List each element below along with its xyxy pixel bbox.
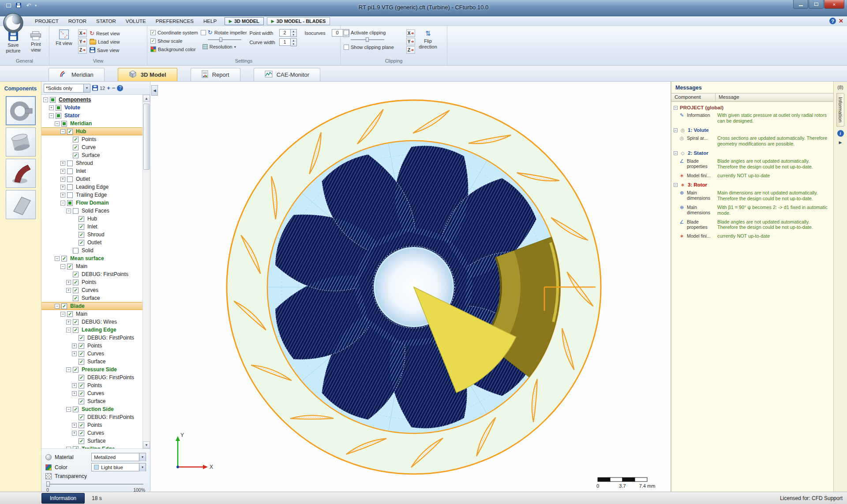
save-icon[interactable] [15,2,22,9]
component-tile-stator[interactable] [6,127,36,157]
tree-item-points[interactable]: ✓Points [41,135,142,143]
3d-canvas[interactable]: YX03.77.4 mm [150,82,671,492]
curve-width-spinner[interactable]: 1▲▼ [279,38,297,46]
collapse-icon[interactable]: − [674,128,678,132]
tree-item-volute[interactable]: +Volute [41,104,142,112]
transparency-slider[interactable] [46,482,143,487]
tree-item-flow-domain[interactable]: −Flow Domain [41,199,142,207]
tree-item-debug-firstpoints[interactable]: ✓DEBUG: FirstPoints [41,270,142,278]
tree-item-suction-side[interactable]: −✓Suction Side [41,405,142,413]
tree-checkbox[interactable]: ✓ [73,319,79,325]
tree-item-shroud[interactable]: ✓Shroud [41,231,142,239]
save-tree-icon[interactable] [92,85,98,91]
tree-item-surface[interactable]: ✓Surface [41,358,142,366]
tree-checkbox[interactable]: ✓ [67,129,73,134]
tree-checkbox[interactable] [56,105,61,111]
spin-up-icon[interactable]: ▲ [291,39,296,42]
message-group-3-rotor[interactable]: −∗3: Rotor [671,180,833,189]
tree-item-trailing-edge[interactable]: +Trailing Edge [41,191,142,199]
tree-item-points[interactable]: +✓Points [41,381,142,389]
tree-item-meridian[interactable]: −Meridian [41,119,142,127]
view-axis-z-button[interactable]: Z➜ [78,46,87,54]
scroll-down-icon[interactable]: ▼ [143,441,150,448]
tree-item-surface[interactable]: ✓Surface [41,151,142,159]
tree-checkbox[interactable]: ✓ [79,335,84,341]
tree-checkbox[interactable]: ✓ [73,287,79,293]
tree-item-mean-surface[interactable]: −✓Mean surface [41,254,142,262]
show-clipping-plane-checkbox[interactable]: Show clipping plane [344,43,404,51]
expand-icon[interactable]: + [60,177,65,182]
tree-item-inlet[interactable]: +Inlet [41,167,142,175]
tree-checkbox[interactable]: ✓ [73,295,79,301]
save-picture-button[interactable]: Save picture [3,30,23,53]
tree-checkbox[interactable]: ✓ [79,383,84,388]
message-row[interactable]: ⊕Main dimensionsWith β1 = 90° ψ becomes … [671,203,833,218]
doc-tab-3d-model[interactable]: ▶3D MODEL [225,17,264,25]
font-size-value[interactable]: 12 [100,86,105,91]
collapse-icon[interactable]: − [43,97,48,102]
tree-item-leading-edge[interactable]: +Leading Edge [41,183,142,191]
tree-item-solid-faces[interactable]: −Solid Faces [41,207,142,215]
tree-checkbox[interactable]: ✓ [79,391,84,396]
information-status-button[interactable]: Information [41,493,85,504]
print-view-button[interactable]: Print view [26,30,46,52]
expand-icon[interactable]: + [60,193,65,198]
clipping-axis-x-button[interactable]: X➜ [406,30,415,37]
tree-checkbox[interactable]: ✓ [67,264,73,269]
tree-item-debug-firstpoints[interactable]: ✓DEBUG: FirstPoints [41,413,142,421]
tree-scrollbar[interactable]: ▲ ▼ [142,95,150,448]
menu-item-stator[interactable]: STATOR [91,17,121,25]
menu-item-preferences[interactable]: PREFERENCES [151,17,199,25]
tree-item-debug-firstpoints[interactable]: ✓DEBUG: FirstPoints [41,334,142,342]
information-tab[interactable]: Information [836,93,844,127]
tree-item-surface[interactable]: ✓Surface [41,294,142,302]
solids-filter-dropdown[interactable]: *Solids only ▼ [44,84,90,93]
tree-checkbox[interactable]: ✓ [79,375,84,381]
spin-up-icon[interactable]: ▲ [291,30,296,33]
tree-checkbox[interactable] [67,161,73,166]
tree-checkbox[interactable]: ✓ [79,216,84,222]
tree-item-outlet[interactable]: ✓Outlet [41,239,142,246]
view-axis-y-button[interactable]: Y➜ [78,38,87,45]
help-icon[interactable]: ? [829,18,836,24]
view-axis-x-button[interactable]: X➜ [78,30,87,37]
point-width-spinner[interactable]: 2▲▼ [279,29,297,37]
tree-item-curves[interactable]: +✓Curves [41,429,142,437]
save-view-button[interactable]: Save view [90,46,120,54]
expand-icon[interactable]: + [72,431,77,436]
qat-dropdown-icon[interactable]: ▾ [35,4,37,7]
tree-checkbox[interactable]: ✓ [73,137,79,142]
point-width-value[interactable]: 2 [279,29,291,37]
tree-item-curves[interactable]: +✓Curves [41,389,142,397]
clipping-slider[interactable] [351,37,384,42]
tree-checkbox[interactable]: ✓ [79,351,84,357]
tree-checkbox[interactable]: ✓ [73,153,79,158]
tree-checkbox[interactable]: ✓ [79,240,84,246]
expand-icon[interactable]: + [72,423,77,428]
material-dropdown[interactable]: Metalized ▼ [91,453,146,461]
close-document-icon[interactable]: ✕ [839,18,843,24]
3d-viewport[interactable]: ◀ YX03.77.4 mm [150,82,671,492]
collapse-icon[interactable]: − [674,183,678,187]
load-view-button[interactable]: Load view [90,38,120,45]
scrollbar-thumb[interactable] [143,104,150,170]
tree-item-solid[interactable]: Solid [41,246,142,254]
tree-checkbox[interactable]: ✓ [79,414,84,420]
tree-checkbox[interactable]: ✓ [73,145,79,150]
message-group-1-volute[interactable]: −◎1: Volute [671,126,833,134]
tree-checkbox[interactable]: ✓ [61,303,67,309]
show-scale-checkbox[interactable]: ✓Show scale [150,37,198,45]
spin-down-icon[interactable]: ▼ [291,33,296,37]
expand-icon[interactable]: + [72,343,77,348]
tree-item-debug-firstpoints[interactable]: ✓DEBUG: FirstPoints [41,373,142,381]
tree-checkbox[interactable]: ✓ [79,232,84,238]
tree-item-components[interactable]: −Components [41,96,142,104]
collapse-icon[interactable]: − [55,121,60,126]
menu-item-help[interactable]: HELP [199,17,221,25]
tree-checkbox[interactable]: ✓ [79,422,84,428]
expand-icon[interactable]: + [49,105,54,110]
tree-item-points[interactable]: +✓Points [41,278,142,286]
expand-icon[interactable]: + [72,391,77,396]
message-row[interactable]: ∠Blade propertiesBlade angles are not up… [671,157,833,172]
message-row[interactable]: ∠Blade propertiesBlade angles are not up… [671,218,833,232]
